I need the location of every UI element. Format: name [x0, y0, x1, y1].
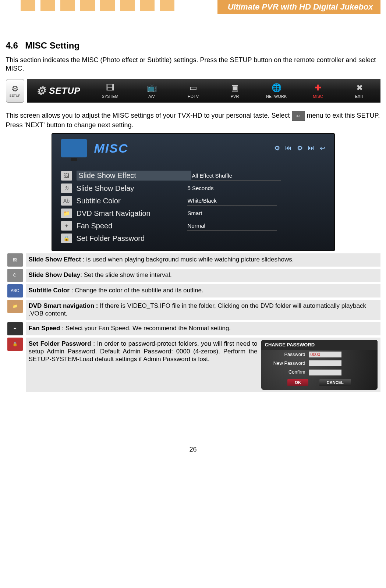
remote-setup-label: SETUP [9, 94, 20, 97]
paragraph-with-icon: This screen allows you to adjust the MIS… [6, 111, 380, 129]
desc-bold: DVD Smart navigation : [29, 302, 98, 309]
banner-title: Ultimate PVR with HD Digital Jukebox [217, 0, 380, 14]
close-icon: ✖ [356, 83, 363, 93]
misc-label: Fan Speed [77, 222, 187, 230]
password-buttons: OK CANCEL [261, 379, 378, 386]
toolbar-item-misc: ✚MISC [297, 79, 339, 103]
desc-bold: Slide Show Effect [29, 256, 81, 263]
desc-bold: Slide Show Delay [29, 271, 81, 278]
gear-icon: ⚙ [11, 84, 19, 94]
setup-toolbar-figure: ⚙ SETUP ⚙ SETUP 🎞SYSTEM 📺A/V ▭HDTV ▣PVR … [6, 79, 380, 103]
monitor-icon [61, 139, 87, 157]
abc-icon: Ab [61, 196, 72, 206]
cancel-button[interactable]: CANCEL [319, 379, 351, 386]
misc-label: DVD Smart Navigation [77, 209, 187, 218]
confirm-label: Confirm [265, 369, 305, 375]
intro-paragraph: This section indicates the MISC (Photo e… [6, 56, 380, 73]
lock-icon: 🔒 [7, 338, 23, 351]
desc-text: : Select your Fan Speed. We recommend th… [60, 325, 231, 332]
misc-settings-window: MISC ⚙ ⏮ ⚙ ⏭ ↩ 🖼Slide Show EffectAll Eff… [52, 133, 335, 251]
para2a: This screen allows you to adjust the MIS… [6, 112, 290, 119]
desc-bold: Set Folder Password [29, 340, 91, 347]
misc-value: Normal [187, 221, 277, 231]
misc-window-title: MISC [94, 141, 128, 156]
password-label: Password [265, 352, 305, 357]
abc-icon: ABC [7, 284, 23, 297]
folder-icon: 📁 [61, 209, 72, 218]
desc-bold: Subtitle Color [29, 287, 70, 294]
misc-header-controls: ⚙ ⏮ ⚙ ⏭ ↩ [274, 144, 325, 152]
fan-icon: ✦ [7, 322, 23, 335]
desc-row-fan-speed: ✦ Fan Speed : Select your Fan Speed. We … [6, 321, 380, 336]
toolbar-label: MISC [313, 94, 323, 99]
globe-icon: 🌐 [272, 83, 281, 93]
folder-icon: 📁 [7, 300, 23, 313]
heading-title: MISC Setting [25, 40, 79, 50]
desc-text: : is used when playing background music … [81, 256, 294, 263]
page-number: 26 [6, 446, 380, 453]
effect-icon: 🖼 [61, 171, 72, 181]
heading-number: 4.6 [6, 40, 23, 51]
remote-setup-button: ⚙ SETUP [6, 79, 24, 103]
toolbar-label: NETWORK [266, 94, 287, 99]
password-field-row: Password 0000 [261, 350, 378, 359]
toolbar-item-pvr: ▣PVR [214, 79, 256, 103]
gear-icon: ⚙ [274, 144, 280, 152]
misc-value: 5 Seconds [187, 183, 277, 193]
next-icon: ⏭ [308, 144, 315, 152]
misc-value: White/Black [187, 196, 277, 206]
top-banner: Ultimate PVR with HD Digital Jukebox [6, 0, 380, 15]
toolbar-item-av: 📺A/V [131, 79, 173, 103]
misc-label: Set Folder Password [77, 234, 187, 243]
confirm-input[interactable] [309, 370, 341, 375]
change-password-dialog: CHANGE PASSWORD Password 0000 New Passwo… [261, 340, 378, 390]
setup-toolbar: ⚙ SETUP 🎞SYSTEM 📺A/V ▭HDTV ▣PVR 🌐NETWORK… [27, 79, 380, 103]
toolbar-label: SYSTEM [102, 94, 118, 99]
pvr-icon: ▣ [231, 83, 239, 93]
misc-value: Smart [187, 209, 277, 218]
tv-icon: 📺 [147, 83, 157, 93]
lock-icon: 🔒 [61, 234, 72, 243]
misc-row-subtitle-color: AbSubtitle ColorWhite/Black [61, 195, 325, 207]
fan-icon: ✦ [61, 221, 72, 231]
misc-label: Slide Show Delay [77, 184, 187, 193]
password-input[interactable]: 0000 [309, 352, 341, 357]
desc-row-slide-delay: ⏱ Slide Show Delay: Set the slide show t… [6, 268, 380, 283]
section-heading: 4.6 MISC Setting [6, 40, 380, 51]
misc-row-folder-password: 🔒Set Folder Password [61, 232, 325, 245]
misc-value: All Effect Shuffle [191, 171, 281, 181]
desc-row-slide-effect: 🖼 Slide Show Effect : is used when playi… [6, 253, 380, 268]
misc-window-header: MISC ⚙ ⏮ ⚙ ⏭ ↩ [52, 134, 334, 160]
misc-row-dvd-nav: 📁DVD Smart NavigationSmart [61, 207, 325, 220]
misc-label: Subtitle Color [77, 197, 187, 205]
decorative-tabs [21, 0, 180, 11]
prev-icon: ⏮ [285, 144, 292, 152]
new-password-input[interactable] [309, 360, 341, 366]
setup-logo-text: SETUP [49, 86, 81, 96]
toolbar-item-system: 🎞SYSTEM [89, 79, 131, 103]
film-icon: 🎞 [106, 83, 114, 93]
misc-row-slide-delay: ⏱Slide Show Delay5 Seconds [61, 182, 325, 195]
toolbar-label: A/V [148, 94, 155, 99]
change-password-title: CHANGE PASSWORD [261, 340, 378, 350]
desc-row-folder-password: 🔒 Set Folder Password : In order to pass… [6, 336, 380, 393]
ok-button[interactable]: OK [287, 379, 308, 386]
hdtv-icon: ▭ [190, 83, 197, 93]
misc-window-body: 🖼Slide Show EffectAll Effect Shuffle ⏱Sl… [52, 160, 334, 250]
misc-label: Slide Show Effect [77, 171, 191, 181]
effect-icon: 🖼 [7, 253, 23, 267]
gear-icon: ⚙ [36, 84, 46, 97]
desc-text: : Set the slide show time interval. [80, 271, 172, 278]
toolbar-label: EXIT [355, 94, 364, 99]
toolbar-item-hdtv: ▭HDTV [173, 79, 214, 103]
confirm-field-row: Confirm [261, 368, 378, 377]
clock-icon: ⏱ [7, 269, 23, 282]
new-password-field-row: New Password [261, 359, 378, 368]
desc-text: : Change the color of the subtitle and i… [70, 287, 203, 294]
exit-icon: ↩ [320, 144, 325, 152]
misc-row-slide-effect: 🖼Slide Show EffectAll Effect Shuffle [61, 169, 325, 182]
desc-bold: Fan Speed [29, 325, 60, 332]
desc-row-subtitle-color: ABC Subtitle Color : Change the color of… [6, 283, 380, 299]
description-table: 🖼 Slide Show Effect : is used when playi… [6, 253, 380, 394]
new-password-label: New Password [265, 360, 305, 366]
